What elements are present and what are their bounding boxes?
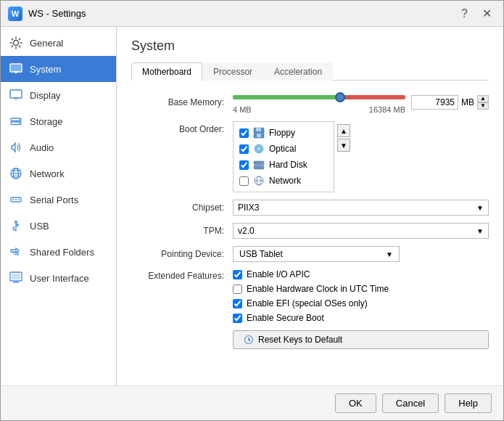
slider-track-wrapper: 4 MB 16384 MB: [233, 91, 405, 114]
boot-list-wrapper: Floppy Optical: [233, 121, 489, 192]
boot-item-harddisk: Hard Disk: [236, 157, 331, 173]
cancel-button[interactable]: Cancel: [382, 393, 439, 413]
boot-checkbox-harddisk[interactable]: [239, 160, 249, 170]
bottom-bar: OK Cancel Help: [1, 385, 503, 420]
system-icon: [8, 61, 24, 77]
ok-button[interactable]: OK: [335, 393, 376, 413]
ui-icon: [8, 270, 24, 286]
svg-point-26: [258, 148, 260, 150]
boot-label-floppy: Floppy: [269, 128, 295, 138]
tpm-value: v2.0: [238, 226, 255, 236]
hwclock-checkbox[interactable]: [233, 285, 242, 294]
secureboot-checkbox[interactable]: [233, 314, 242, 323]
chipset-row: Chipset: PIIX3 ▼: [131, 200, 489, 216]
slider-thumb[interactable]: [335, 92, 345, 102]
boot-checkbox-floppy[interactable]: [239, 128, 249, 138]
boot-checkbox-network[interactable]: [239, 176, 249, 186]
sidebar-label-ui: User Interface: [30, 273, 89, 284]
sidebar-item-ui[interactable]: User Interface: [1, 265, 116, 291]
pointing-dropdown[interactable]: USB Tablet ▼: [233, 246, 400, 262]
pointing-dropdown-arrow: ▼: [386, 250, 393, 258]
usb-icon: [8, 218, 24, 234]
help-button[interactable]: ?: [457, 6, 472, 22]
sidebar-item-general[interactable]: General: [1, 30, 116, 56]
sidebar-item-shared[interactable]: Shared Folders: [1, 239, 116, 265]
tab-acceleration[interactable]: Acceleration: [263, 62, 333, 81]
svg-point-14: [12, 199, 14, 200]
sidebar-item-audio[interactable]: Audio: [1, 134, 116, 160]
boot-item-network: Network: [236, 173, 331, 189]
audio-icon: [8, 139, 24, 155]
hwclock-label: Enable Hardware Clock in UTC Time: [247, 284, 389, 294]
io-apic-checkbox[interactable]: [233, 270, 242, 279]
tpm-dropdown[interactable]: v2.0 ▼: [233, 223, 489, 239]
memory-slider[interactable]: [233, 91, 405, 104]
pointing-label: Pointing Device:: [131, 249, 233, 259]
sidebar-label-usb: USB: [30, 221, 49, 232]
tpm-row: TPM: v2.0 ▼: [131, 223, 489, 239]
form-area: Base Memory:: [131, 91, 489, 374]
reset-keys-button[interactable]: Reset Keys to Default: [233, 330, 489, 349]
sidebar-label-display: Display: [30, 90, 61, 101]
memory-increment-btn[interactable]: ▲: [477, 95, 489, 102]
boot-order-list: Floppy Optical: [233, 121, 334, 192]
content-area: General System Display Storage: [1, 27, 503, 385]
harddisk-icon: [253, 159, 265, 171]
memory-unit: MB: [461, 97, 474, 107]
boot-order-label: Boot Order:: [131, 121, 233, 134]
svg-point-16: [18, 199, 20, 200]
help-button-footer[interactable]: Help: [445, 393, 492, 413]
boot-order-control: Floppy Optical: [233, 121, 489, 192]
sidebar-item-serial[interactable]: Serial Ports: [1, 187, 116, 213]
boot-order-arrows: ▲ ▼: [337, 121, 350, 192]
svg-rect-22: [256, 128, 261, 131]
tpm-control: v2.0 ▼: [233, 223, 489, 239]
memory-input-group: MB ▲ ▼: [411, 95, 489, 110]
optical-icon: [253, 143, 265, 155]
memory-value-input[interactable]: [411, 95, 458, 110]
extended-control: Enable I/O APIC Enable Hardware Clock in…: [233, 269, 489, 349]
sidebar-label-audio: Audio: [30, 142, 54, 153]
svg-rect-3: [10, 90, 22, 98]
svg-rect-18: [12, 274, 20, 279]
tab-motherboard[interactable]: Motherboard: [131, 62, 202, 81]
svg-rect-23: [257, 134, 261, 137]
sidebar-item-usb[interactable]: USB: [1, 213, 116, 239]
shared-icon: [8, 244, 24, 260]
chipset-dropdown-arrow: ▼: [476, 204, 484, 212]
display-icon: [8, 87, 24, 103]
network-icon: [8, 165, 24, 181]
efi-checkbox[interactable]: [233, 299, 242, 308]
base-memory-label: Base Memory:: [131, 97, 233, 107]
slider-background: [233, 95, 405, 99]
boot-move-down-btn[interactable]: ▼: [337, 139, 350, 152]
reset-btn-label: Reset Keys to Default: [258, 335, 342, 345]
chipset-dropdown[interactable]: PIIX3 ▼: [233, 200, 489, 216]
sidebar-label-network: Network: [30, 168, 65, 179]
feature-hwclock: Enable Hardware Clock in UTC Time: [233, 284, 489, 294]
boot-checkbox-optical[interactable]: [239, 144, 249, 154]
boot-item-optical: Optical: [236, 141, 331, 157]
sidebar-item-system[interactable]: System: [1, 56, 116, 82]
app-icon: W: [8, 7, 22, 21]
memory-decrement-btn[interactable]: ▼: [477, 102, 489, 110]
memory-min-label: 4 MB: [233, 105, 252, 114]
sidebar-label-shared: Shared Folders: [30, 247, 94, 258]
general-icon: [8, 35, 24, 51]
sidebar-item-network[interactable]: Network: [1, 160, 116, 187]
feature-io-apic: Enable I/O APIC: [233, 269, 489, 279]
svg-rect-20: [233, 95, 405, 99]
sidebar-item-display[interactable]: Display: [1, 82, 116, 108]
boot-move-up-btn[interactable]: ▲: [337, 124, 350, 137]
sidebar-item-storage[interactable]: Storage: [1, 108, 116, 134]
pointing-control: USB Tablet ▼: [233, 246, 489, 262]
sidebar-label-serial: Serial Ports: [30, 195, 78, 205]
titlebar: W WS - Settings ? ✕: [1, 1, 503, 27]
close-button[interactable]: ✕: [478, 5, 496, 22]
tab-processor[interactable]: Processor: [202, 62, 263, 81]
memory-spinbutton: ▲ ▼: [477, 95, 489, 110]
chipset-label: Chipset:: [131, 203, 233, 213]
sidebar-label-general: General: [30, 38, 63, 49]
sidebar-label-storage: Storage: [30, 116, 63, 127]
boot-label-harddisk: Hard Disk: [269, 160, 307, 170]
